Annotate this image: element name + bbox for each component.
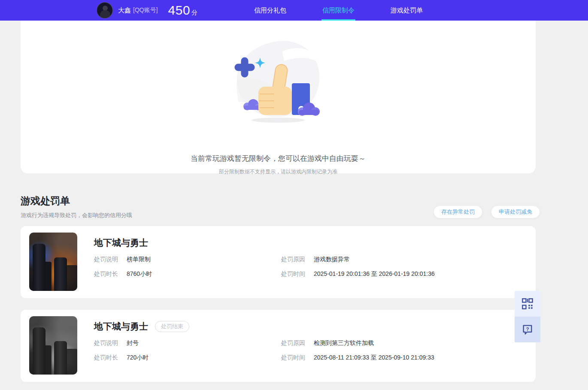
floating-side-panel: ? — [515, 291, 540, 342]
penalty-time-label: 处罚时间 — [281, 354, 306, 362]
penalty-desc-label: 处罚说明 — [94, 256, 119, 263]
penalty-reason-label: 处罚原因 — [281, 339, 306, 347]
user-area: 大鑫 [QQ账号] 450 分 — [97, 2, 197, 18]
user-name: 大鑫 — [118, 6, 131, 15]
thumbs-up-illustration-icon — [233, 37, 324, 126]
penalty-section-actions: 存在异常处罚 申请处罚减免 — [433, 206, 540, 218]
penalty-section-subtitle: 游戏行为违规导致处罚，会影响您的信用分哦 — [21, 212, 132, 219]
penalty-duration-value: 720小时 — [127, 354, 149, 362]
game-thumbnail — [29, 233, 77, 291]
game-title: 地下城与勇士 — [94, 237, 148, 249]
penalty-card: 地下城与勇士 处罚说明 榜单限制 处罚原因 游戏数据异常 处罚时长 8760小时… — [21, 226, 536, 298]
question-bubble-icon: ? — [521, 323, 533, 336]
penalty-time-field: 处罚时间 2025-08-11 21:09:33 至 2025-09-10 21… — [281, 354, 527, 362]
top-header: 大鑫 [QQ账号] 450 分 信用分礼包 信用限制令 游戏处罚单 — [0, 0, 588, 21]
avatar-silhouette-body — [100, 10, 110, 18]
qr-code-button[interactable] — [515, 291, 540, 317]
penalty-time-label: 处罚时间 — [281, 270, 306, 278]
penalty-time-value: 2025-08-11 21:09:33 至 2025-09-10 21:09:3… — [314, 354, 434, 362]
account-type-label: [QQ账号] — [133, 6, 158, 14]
penalty-desc-label: 处罚说明 — [94, 339, 119, 347]
penalty-desc-field: 处罚说明 榜单限制 — [94, 256, 281, 263]
game-thumbnail — [29, 316, 77, 375]
penalty-reason-label: 处罚原因 — [281, 256, 306, 263]
penalty-desc-value: 封号 — [127, 339, 139, 347]
penalty-duration-field: 处罚时长 720小时 — [94, 354, 281, 362]
tab-credit-gift[interactable]: 信用分礼包 — [253, 0, 287, 21]
penalty-duration-label: 处罚时长 — [94, 354, 119, 362]
penalty-time-value: 2025-01-19 20:01:36 至 2026-01-19 20:01:3… — [314, 270, 435, 278]
abnormal-penalty-button[interactable]: 存在异常处罚 — [433, 206, 482, 218]
penalty-card-body: 地下城与勇士 处罚说明 榜单限制 处罚原因 游戏数据异常 处罚时长 8760小时… — [94, 233, 527, 292]
penalty-duration-value: 8760小时 — [127, 270, 152, 278]
credit-score: 450 分 — [168, 3, 198, 18]
qr-code-icon — [521, 298, 533, 310]
penalty-duration-label: 处罚时长 — [94, 270, 119, 278]
penalty-reason-value: 检测到第三方软件加载 — [314, 339, 374, 347]
svg-text:?: ? — [526, 326, 529, 332]
credit-score-value: 450 — [168, 3, 191, 18]
penalty-desc-field: 处罚说明 封号 — [94, 339, 281, 347]
penalty-desc-value: 榜单限制 — [127, 256, 151, 263]
penalty-section-header: 游戏处罚单 游戏行为违规导致处罚，会影响您的信用分哦 — [21, 194, 132, 219]
credit-score-unit: 分 — [191, 9, 197, 17]
penalty-reason-value: 游戏数据异常 — [314, 256, 350, 263]
page: 大鑫 [QQ账号] 450 分 信用分礼包 信用限制令 游戏处罚单 — [0, 0, 588, 390]
penalty-duration-field: 处罚时长 8760小时 — [94, 270, 281, 278]
avatar[interactable] — [97, 2, 113, 18]
penalty-section-title: 游戏处罚单 — [21, 194, 132, 208]
tab-credit-restriction[interactable]: 信用限制令 — [321, 0, 355, 21]
empty-state-message: 当前常玩游戏暂无限制令，您可以在游戏中自由玩耍～ — [21, 154, 536, 163]
tab-game-penalty[interactable]: 游戏处罚单 — [390, 0, 424, 21]
game-title: 地下城与勇士 — [94, 320, 148, 333]
penalty-time-field: 处罚时间 2025-01-19 20:01:36 至 2026-01-19 20… — [281, 270, 527, 278]
penalty-card-body: 地下城与勇士 处罚结束 处罚说明 封号 处罚原因 检测到第三方软件加载 处罚时长… — [94, 316, 527, 375]
empty-state-note: 部分限制数据不支持显示，请以游戏内限制记录为准 — [21, 168, 536, 175]
help-button[interactable]: ? — [515, 317, 540, 342]
restriction-empty-card: 当前常玩游戏暂无限制令，您可以在游戏中自由玩耍～ 部分限制数据不支持显示，请以游… — [21, 21, 536, 173]
header-nav: 信用分礼包 信用限制令 游戏处罚单 — [253, 0, 424, 21]
penalty-ended-badge: 处罚结束 — [155, 321, 189, 332]
penalty-relief-button[interactable]: 申请处罚减免 — [491, 206, 540, 218]
penalty-reason-field: 处罚原因 游戏数据异常 — [281, 256, 527, 263]
penalty-reason-field: 处罚原因 检测到第三方软件加载 — [281, 339, 527, 347]
penalty-card: 地下城与勇士 处罚结束 处罚说明 封号 处罚原因 检测到第三方软件加载 处罚时长… — [21, 310, 536, 382]
